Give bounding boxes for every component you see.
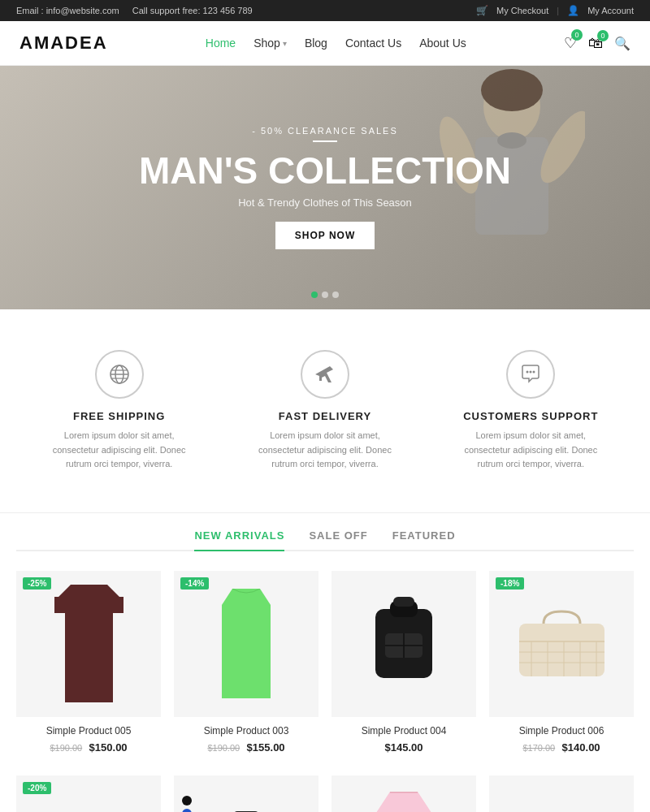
- product-grid: -25% Simple Product 005 $190.00 $150.00 …: [16, 571, 634, 812]
- feature-support-title: CUSTOMERS SUPPORT: [453, 410, 609, 422]
- feature-delivery-title: FAST DELIVERY: [246, 410, 403, 422]
- hero-dot-1[interactable]: [311, 292, 318, 298]
- product-image: [332, 775, 476, 812]
- checkout-link[interactable]: My Checkout: [496, 6, 548, 15]
- svg-rect-20: [519, 624, 604, 676]
- search-icon: 🔍: [614, 37, 630, 50]
- product-image: [332, 571, 476, 717]
- product-name: Simple Product 005: [24, 725, 153, 736]
- product-card[interactable]: -18% Simple Product 006: [489, 571, 634, 762]
- nav-contact[interactable]: Contact Us: [345, 37, 401, 50]
- chat-icon: [506, 350, 555, 399]
- hero-divider: [313, 140, 337, 142]
- product-image: [174, 775, 318, 812]
- tab-new-arrivals[interactable]: NEW ARRIVALS: [194, 529, 284, 551]
- top-bar-right: 🛒 My Checkout | 👤 My Account: [476, 5, 634, 16]
- phone-info: Call support free: 123 456 789: [132, 6, 253, 15]
- shop-chevron-icon: ▾: [283, 39, 287, 48]
- product-badge: -25%: [23, 577, 51, 590]
- product-info: Simple Product 005 $190.00 $150.00: [16, 717, 161, 762]
- hero-title: MAN'S COLLECTION: [139, 150, 511, 192]
- shop-now-button[interactable]: SHOP NOW: [275, 222, 375, 249]
- product-price: $150.00: [89, 741, 128, 754]
- product-info: Simple Product 003 $190.00 $155.00: [174, 717, 318, 762]
- product-price: $145.00: [385, 741, 423, 754]
- header-icons: ♡ 0 🛍 0 🔍: [564, 34, 630, 52]
- svg-point-11: [526, 371, 529, 374]
- product-image: [489, 775, 634, 812]
- svg-point-1: [481, 69, 543, 111]
- product-section: NEW ARRIVALS SALE OFF FEATURED -25% Simp…: [0, 513, 650, 812]
- feature-delivery: FAST DELIVERY Lorem ipsum dolor sit amet…: [222, 342, 427, 480]
- feature-shipping-desc: Lorem ipsum dolor sit amet, consectetur …: [41, 429, 197, 472]
- hero-dot-2[interactable]: [322, 292, 328, 298]
- product-old-price: $170.00: [522, 743, 555, 753]
- product-badge: -18%: [496, 577, 524, 590]
- product-card[interactable]: -25% Simple Product 005 $190.00 $150.00: [16, 571, 161, 762]
- product-card[interactable]: -20% Simple Product 007 $160.00 $130.00: [16, 775, 161, 812]
- hero-desc: Hot & Trendy Clothes of This Season: [139, 197, 511, 209]
- feature-shipping: FREE SHIPPING Lorem ipsum dolor sit amet…: [16, 342, 222, 480]
- email-info: Email : info@website.com: [16, 6, 119, 15]
- swatch-blue[interactable]: [182, 809, 192, 812]
- cart-badge: 0: [597, 30, 609, 41]
- header: AMADEA Home Shop ▾ Blog Contact Us About…: [0, 21, 650, 66]
- product-image: -18%: [489, 571, 634, 717]
- tab-featured[interactable]: FEATURED: [392, 529, 456, 551]
- hero-content: - 50% CLEARANCE SALES MAN'S COLLECTION H…: [139, 126, 511, 249]
- feature-support-desc: Lorem ipsum dolor sit amet, consectetur …: [453, 429, 609, 472]
- product-card[interactable]: Simple Product 009 $125.00: [332, 775, 476, 812]
- product-price: $155.00: [247, 741, 285, 754]
- tab-sale-off[interactable]: SALE OFF: [309, 529, 367, 551]
- search-button[interactable]: 🔍: [614, 36, 630, 51]
- svg-point-13: [533, 371, 535, 374]
- feature-delivery-desc: Lorem ipsum dolor sit amet, consectetur …: [246, 429, 403, 472]
- top-bar: Email : info@website.com Call support fr…: [0, 0, 650, 21]
- product-tabs: NEW ARRIVALS SALE OFF FEATURED: [16, 529, 634, 551]
- nav-home[interactable]: Home: [206, 37, 236, 50]
- top-bar-left: Email : info@website.com Call support fr…: [16, 6, 253, 15]
- features-section: FREE SHIPPING Lorem ipsum dolor sit amet…: [0, 309, 650, 513]
- product-card[interactable]: Simple Product 010 $135.00: [489, 775, 634, 812]
- product-badge: -20%: [23, 782, 51, 794]
- product-name: Simple Product 006: [497, 725, 626, 736]
- product-card[interactable]: -14% Simple Product 003 $190.00 $155.00: [174, 571, 318, 762]
- globe-icon: [95, 350, 144, 399]
- product-badge: -14%: [180, 577, 209, 590]
- wishlist-button[interactable]: ♡ 0: [564, 34, 577, 52]
- plane-icon: [301, 350, 349, 399]
- product-card[interactable]: Simple Product 008 $160.00: [174, 775, 318, 812]
- product-name: Simple Product 004: [340, 725, 468, 736]
- product-image: -14%: [174, 571, 318, 717]
- logo: AMADEA: [20, 32, 108, 54]
- hero-banner: - 50% CLEARANCE SALES MAN'S COLLECTION H…: [0, 66, 650, 309]
- product-image: -20%: [16, 775, 161, 812]
- product-old-price: $190.00: [207, 743, 240, 753]
- svg-rect-16: [393, 597, 414, 607]
- product-pricing: $145.00: [340, 740, 468, 754]
- separator: |: [557, 6, 559, 15]
- product-image: -25%: [16, 571, 161, 717]
- hero-dots: [311, 292, 339, 298]
- product-card[interactable]: Simple Product 004 $145.00: [332, 571, 476, 762]
- hero-dot-3[interactable]: [332, 292, 339, 298]
- cart-button[interactable]: 🛍 0: [588, 35, 603, 52]
- color-swatches: [182, 796, 192, 812]
- feature-support: CUSTOMERS SUPPORT Lorem ipsum dolor sit …: [428, 342, 634, 480]
- product-info: Simple Product 006 $170.00 $140.00: [489, 717, 634, 762]
- product-info: Simple Product 004 $145.00: [332, 717, 476, 762]
- swatch-black[interactable]: [182, 796, 192, 806]
- main-nav: Home Shop ▾ Blog Contact Us About Us: [206, 37, 466, 50]
- hero-subtitle: - 50% CLEARANCE SALES: [139, 126, 511, 136]
- nav-shop[interactable]: Shop ▾: [254, 37, 287, 50]
- nav-blog[interactable]: Blog: [305, 37, 327, 50]
- account-icon: 👤: [567, 5, 579, 16]
- product-price: $140.00: [562, 741, 600, 754]
- feature-shipping-title: FREE SHIPPING: [41, 410, 197, 422]
- wishlist-badge: 0: [571, 29, 583, 41]
- account-link[interactable]: My Account: [587, 6, 634, 15]
- nav-about[interactable]: About Us: [419, 37, 466, 50]
- product-pricing: $190.00 $150.00: [24, 740, 153, 754]
- svg-point-12: [530, 371, 532, 374]
- product-pricing: $170.00 $140.00: [497, 740, 626, 754]
